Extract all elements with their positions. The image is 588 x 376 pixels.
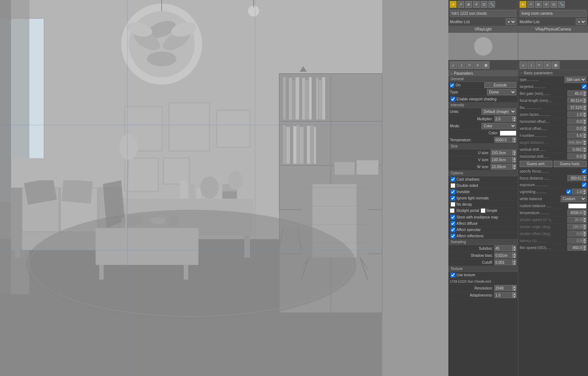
vsize-up[interactable]: ▲	[513, 157, 516, 160]
vsize-input[interactable]	[491, 157, 513, 163]
cam-hshift-down[interactable]: ▼	[583, 156, 587, 159]
light-modifier-dropdown[interactable]: ▾	[506, 18, 516, 25]
params-collapse[interactable]: −	[451, 72, 452, 75]
cam-fov-down[interactable]: ▼	[583, 107, 587, 110]
resolution-input[interactable]	[494, 285, 513, 291]
cam-shutteroffset-input[interactable]	[567, 231, 583, 237]
multiplier-up[interactable]: ▲	[513, 116, 516, 119]
adaptiveness-up[interactable]: ▲	[513, 292, 516, 295]
cam-focusdist-input[interactable]	[567, 175, 583, 181]
use-texture-checkbox[interactable]	[451, 273, 455, 277]
cam-custombalance-swatch[interactable]	[568, 203, 587, 209]
cam-shutteroffset-down[interactable]: ▼	[583, 234, 587, 237]
cutoff-input[interactable]	[494, 259, 513, 265]
enable-viewport-checkbox[interactable]	[451, 97, 455, 102]
cam-fov-up[interactable]: ▲	[583, 104, 587, 107]
cam-shutterspeed-down[interactable]: ▼	[583, 220, 587, 223]
nav-icon-move[interactable]: ↙	[450, 61, 457, 69]
cam-focallength-up[interactable]: ▲	[583, 97, 587, 100]
adaptiveness-down[interactable]: ▼	[513, 295, 516, 298]
usize-input[interactable]	[491, 150, 513, 156]
cam-latency-input[interactable]	[567, 238, 583, 244]
cam-targetdist-up[interactable]: ▲	[583, 139, 587, 142]
cam-vshift-down[interactable]: ▼	[583, 149, 587, 152]
cam-fnumber-input[interactable]	[567, 132, 583, 138]
affect-reflections-checkbox[interactable]	[451, 234, 455, 238]
cast-shadows-checkbox[interactable]	[451, 177, 455, 182]
cam-focusdist-up[interactable]: ▲	[583, 175, 587, 178]
camera-name-input[interactable]	[520, 10, 587, 17]
cam-whitebalance-dropdown[interactable]: Custom	[561, 196, 587, 202]
cam-vshift-input[interactable]	[567, 146, 583, 152]
cam-temperature-up[interactable]: ▲	[583, 210, 587, 213]
cam-shutterangle-up[interactable]: ▲	[583, 224, 587, 227]
usize-down[interactable]: ▼	[513, 153, 516, 156]
cam-toolbar-icon-square[interactable]: ⊡	[551, 1, 557, 8]
cam-fnumber-up[interactable]: ▲	[583, 132, 587, 135]
cam-toolbar-icon-wrench[interactable]: 🔧	[558, 1, 565, 8]
toolbar-icon-arrow[interactable]: ↗	[458, 1, 464, 8]
nav-icon-grid2[interactable]: ▦	[482, 61, 490, 69]
temperature-input[interactable]	[494, 137, 513, 143]
nav-icon-circle[interactable]: ⊙	[474, 61, 481, 69]
shadow-bias-up[interactable]: ▲	[513, 252, 516, 255]
guess-vert-button[interactable]: Guess vert.	[520, 161, 552, 167]
cam-filmspeed-up[interactable]: ▲	[583, 245, 587, 248]
units-dropdown[interactable]: Default (image)	[481, 109, 516, 115]
temperature-up[interactable]: ▲	[513, 137, 516, 140]
cam-vshift-up[interactable]: ▲	[583, 146, 587, 149]
wsize-up[interactable]: ▲	[513, 164, 516, 167]
cam-filmspeed-down[interactable]: ▼	[583, 248, 587, 251]
cam-hshift-up[interactable]: ▲	[583, 153, 587, 156]
simple-checkbox[interactable]	[481, 208, 485, 213]
cam-targetdist-down[interactable]: ▼	[583, 142, 587, 145]
cam-shutterangle-input[interactable]	[567, 224, 583, 230]
temperature-down[interactable]: ▼	[513, 140, 516, 143]
skylight-portal-checkbox[interactable]	[450, 208, 455, 213]
resolution-up[interactable]: ▲	[513, 285, 516, 288]
nav-icon-cut[interactable]: ✂	[466, 61, 473, 69]
cam-hoffset-input[interactable]	[567, 118, 583, 124]
cam-fnumber-down[interactable]: ▼	[583, 135, 587, 138]
cam-vignetting-checkbox[interactable]	[566, 189, 571, 194]
cam-hoffset-down[interactable]: ▼	[583, 121, 587, 124]
subdivs-down[interactable]: ▼	[513, 248, 516, 251]
cam-zoom-input[interactable]	[567, 111, 583, 117]
cam-latency-up[interactable]: ▲	[583, 238, 587, 241]
cam-targetdist-input[interactable]	[567, 139, 583, 145]
multiplier-down[interactable]: ▼	[513, 119, 516, 122]
cam-shutterangle-down[interactable]: ▼	[583, 227, 587, 230]
subdivs-input[interactable]	[494, 245, 513, 251]
exclude-button[interactable]: Exclude	[484, 82, 517, 88]
usize-up[interactable]: ▲	[513, 150, 516, 153]
cam-nav-icon-grid2[interactable]: ▦	[552, 61, 559, 69]
mode-dropdown[interactable]: Color	[481, 123, 516, 129]
cam-temperature-input[interactable]	[567, 210, 583, 216]
color-swatch[interactable]	[500, 131, 516, 136]
resolution-down[interactable]: ▼	[513, 288, 516, 291]
cam-filmgate-down[interactable]: ▼	[583, 93, 587, 96]
toolbar-icon-refresh[interactable]: ↺	[473, 1, 480, 8]
cam-nav-icon-pipe[interactable]: |	[528, 61, 535, 69]
cam-latency-down[interactable]: ▼	[583, 241, 587, 244]
double-sided-checkbox[interactable]	[451, 183, 455, 188]
cam-specifyfocus-checkbox[interactable]	[582, 169, 587, 174]
invisible-checkbox[interactable]	[451, 189, 455, 194]
vsize-down[interactable]: ▼	[513, 160, 516, 163]
cam-filmspeed-input[interactable]	[567, 245, 583, 251]
toolbar-icon-star[interactable]: ★	[450, 1, 456, 8]
shadow-bias-down[interactable]: ▼	[513, 255, 516, 258]
cam-shutterspeed-up[interactable]: ▲	[583, 217, 587, 220]
cam-toolbar-icon-star[interactable]: ★	[520, 1, 526, 8]
cam-filmgate-input[interactable]	[567, 91, 583, 96]
guess-horiz-button[interactable]: Guess horiz.	[554, 161, 587, 167]
cam-hshift-input[interactable]	[567, 153, 583, 159]
cam-toolbar-icon-refresh[interactable]: ↺	[543, 1, 549, 8]
cam-zoom-down[interactable]: ▼	[583, 114, 587, 117]
cam-nav-icon-cut[interactable]: ✂	[536, 61, 543, 69]
affect-diffuse-checkbox[interactable]	[451, 221, 455, 226]
cam-focallength-down[interactable]: ▼	[583, 100, 587, 103]
cam-params-collapse[interactable]: −	[520, 71, 523, 75]
cam-fov-input[interactable]	[567, 104, 583, 110]
wsize-input[interactable]	[491, 164, 513, 170]
